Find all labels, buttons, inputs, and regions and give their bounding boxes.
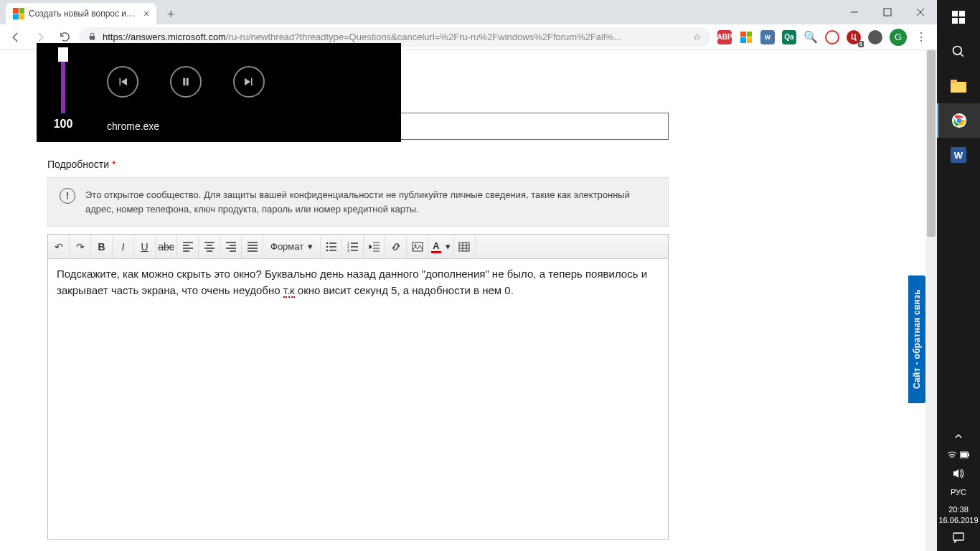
svg-rect-16 [952,18,958,24]
underline-button[interactable]: U [134,236,156,258]
tray-action-center-icon[interactable] [937,528,980,547]
strikethrough-button[interactable]: abc [156,236,177,258]
svg-line-19 [961,54,963,57]
bold-button[interactable]: B [91,236,113,258]
start-button[interactable] [937,0,980,34]
abp-extension-icon[interactable]: ABP [717,30,732,44]
media-app-name: chrome.exe [90,121,401,142]
tray-language[interactable]: РУС [937,483,980,501]
close-window-button[interactable] [904,0,937,24]
outdent-button[interactable] [364,236,385,258]
align-right-button[interactable] [220,236,242,258]
tab-title: Создать новый вопрос или нач [29,9,136,19]
svg-point-18 [953,47,962,55]
svg-rect-26 [968,453,969,456]
italic-button[interactable]: I [113,236,134,258]
svg-rect-13 [459,242,469,251]
window-controls [838,0,937,24]
new-tab-button[interactable]: + [161,4,181,24]
search-extension-icon[interactable]: 🔍 [804,30,818,44]
media-prev-button[interactable] [107,66,138,98]
volume-slider[interactable] [61,50,65,113]
numbered-list-button[interactable]: 123 [342,236,364,258]
ms-extension-icon[interactable] [739,30,753,44]
feedback-tab[interactable]: Сайт - обратная связь [908,276,925,403]
media-pause-button[interactable] [170,66,202,98]
rich-text-editor: ↶ ↷ B I U abc Формат▾ 123 [47,234,669,540]
qa-extension-icon[interactable]: Qa [782,30,796,44]
lock-icon [88,32,97,43]
back-button[interactable] [6,27,26,47]
url-text: https://answers.microsoft.com/ru-ru/newt… [103,32,621,42]
minimize-button[interactable] [838,0,871,24]
opera-extension-icon[interactable] [825,30,839,44]
image-button[interactable] [407,236,428,258]
question-form: Подробности * ! Это открытое сообщество.… [47,113,669,540]
notice-text: Это открытое сообщество. Для защиты ваше… [85,188,656,216]
link-button[interactable] [385,236,407,258]
taskbar-search-button[interactable] [937,34,980,69]
taskbar-word-icon[interactable]: W [937,138,980,172]
volume-slider-thumb[interactable] [58,47,68,62]
browser-tab[interactable]: Создать новый вопрос или нач × [6,3,156,24]
extension-icons: ABP w Qa 🔍 Ц5 [715,30,885,44]
svg-point-6 [326,245,327,247]
privacy-notice: ! Это открытое сообщество. Для защиты ва… [47,177,669,227]
svg-rect-4 [90,35,95,39]
details-label: Подробности * [47,159,669,170]
svg-text:3: 3 [347,248,349,253]
info-icon: ! [60,188,75,204]
svg-rect-28 [953,533,963,540]
editor-body[interactable]: Подскажите, как можно скрыть это окно? Б… [48,259,668,539]
spellcheck-error: т.к [283,284,295,298]
align-justify-button[interactable] [242,236,263,258]
svg-rect-20 [951,82,966,93]
volume-panel: 100 [37,43,90,142]
align-left-button[interactable] [177,236,199,258]
svg-point-12 [414,244,416,246]
required-asterisk: * [112,159,116,170]
svg-rect-27 [961,453,967,457]
media-next-button[interactable] [233,66,265,98]
chevron-down-icon: ▾ [308,241,313,252]
grey-extension-icon[interactable] [868,30,882,44]
tray-clock[interactable]: 20:3816.06.2019 [938,501,978,528]
chrome-menu-button[interactable]: ⋮ [911,27,931,47]
font-color-button[interactable]: A▾ [428,236,453,258]
tray-expand-button[interactable] [937,427,980,446]
tab-close-icon[interactable]: × [143,8,149,19]
scrollbar-thumb[interactable] [927,50,936,237]
maximize-button[interactable] [871,0,904,24]
svg-rect-21 [951,80,957,83]
media-panel: chrome.exe [90,43,401,142]
chevron-down-icon: ▾ [446,241,451,252]
editor-toolbar: ↶ ↷ B I U abc Формат▾ 123 [48,235,668,259]
taskbar-explorer-icon[interactable] [937,69,980,103]
svg-rect-15 [959,11,965,17]
align-center-button[interactable] [199,236,220,258]
svg-rect-1 [884,9,891,16]
svg-rect-17 [959,18,965,24]
svg-point-5 [326,242,327,243]
page-scrollbar[interactable] [925,50,937,551]
chrome-tabstrip: Создать новый вопрос или нач × + [0,0,937,24]
taskbar-chrome-icon[interactable] [937,103,980,138]
volume-value: 100 [54,118,73,131]
ms-favicon [13,8,24,19]
vk-extension-icon[interactable]: w [760,30,775,44]
format-dropdown[interactable]: Формат▾ [263,236,321,258]
badge-extension-icon[interactable]: Ц5 [847,30,861,44]
redo-button[interactable]: ↷ [70,236,91,258]
svg-point-7 [326,249,327,250]
profile-avatar[interactable]: G [890,29,907,46]
tray-network-icon[interactable] [937,446,980,464]
bullet-list-button[interactable] [321,236,342,258]
tray-volume-icon[interactable] [937,464,980,483]
windows-taskbar: W РУС 20:3816.06.2019 [937,0,980,551]
bookmark-star-icon[interactable]: ☆ [693,32,702,42]
svg-rect-14 [952,11,958,17]
undo-button[interactable]: ↶ [48,236,70,258]
volume-media-overlay: 100 chrome.exe [37,43,401,142]
table-button[interactable] [454,236,476,258]
